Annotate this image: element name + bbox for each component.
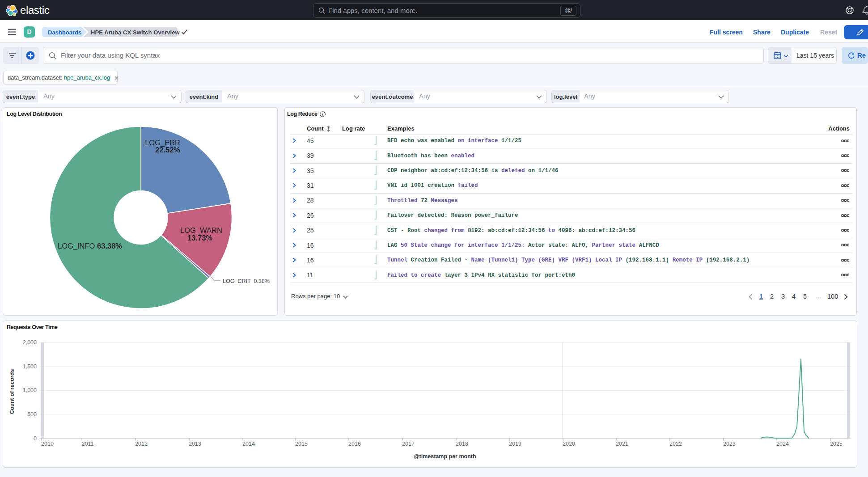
svg-text:2023: 2023 <box>723 441 736 447</box>
svg-text:2018: 2018 <box>456 441 468 447</box>
svg-text:2016: 2016 <box>348 441 361 447</box>
svg-text:2015: 2015 <box>295 441 308 447</box>
svg-text:@timestamp per month: @timestamp per month <box>414 453 476 460</box>
svg-text:2012: 2012 <box>135 441 148 447</box>
svg-text:2022: 2022 <box>669 441 682 447</box>
svg-text:LOG_INFO 63.38%: LOG_INFO 63.38% <box>58 242 122 250</box>
svg-text:2011: 2011 <box>82 441 94 447</box>
svg-text:22.52%: 22.52% <box>155 146 180 154</box>
svg-text:1,000: 1,000 <box>23 387 37 393</box>
svg-text:500: 500 <box>27 411 37 418</box>
svg-text:2021: 2021 <box>616 441 628 447</box>
svg-text:2025: 2025 <box>830 441 843 447</box>
svg-text:2010: 2010 <box>41 441 54 447</box>
svg-text:2,000: 2,000 <box>23 339 37 346</box>
svg-text:2017: 2017 <box>402 441 415 447</box>
svg-text:2013: 2013 <box>189 441 201 447</box>
svg-text:2014: 2014 <box>242 441 255 447</box>
svg-text:13.73%: 13.73% <box>187 234 212 242</box>
svg-text:0: 0 <box>34 435 37 442</box>
svg-text:2019: 2019 <box>509 441 521 447</box>
svg-text:LOG_CRIT 0.38%: LOG_CRIT 0.38% <box>223 278 270 284</box>
svg-text:Count of records: Count of records <box>9 369 15 414</box>
svg-text:2020: 2020 <box>563 441 575 447</box>
svg-text:1,500: 1,500 <box>23 363 37 370</box>
svg-text:2024: 2024 <box>776 441 789 447</box>
